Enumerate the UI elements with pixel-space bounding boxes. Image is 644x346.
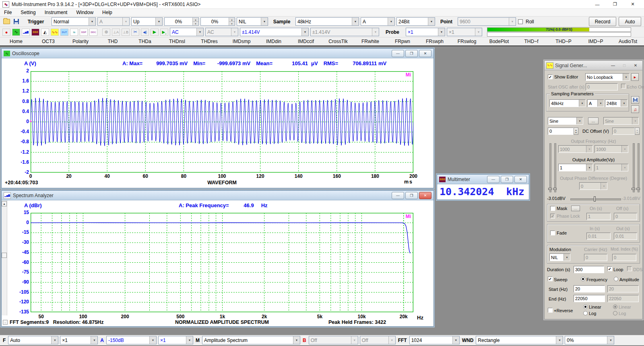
tab-thd[interactable]: THD bbox=[97, 37, 129, 45]
tab-frpwn[interactable]: FRpwn bbox=[386, 37, 419, 45]
tab-crosstlk[interactable]: CrossTlk bbox=[322, 37, 354, 45]
slider-handle-a1[interactable] bbox=[548, 188, 552, 190]
trigger-edge-select[interactable]: Up▼ bbox=[131, 17, 163, 26]
roll-checkbox[interactable] bbox=[518, 19, 523, 24]
multimeter-titlebar[interactable]: 888 Multimeter — ❐ ✕ bbox=[437, 175, 529, 184]
generator-run-button[interactable]: ► bbox=[631, 73, 639, 81]
oscilloscope-icon[interactable]: ∿ bbox=[12, 28, 21, 37]
refresh-mode-select[interactable]: Auto▼ bbox=[8, 336, 58, 344]
menu-item-window[interactable]: Window bbox=[76, 10, 93, 15]
tab-thda[interactable]: THDa bbox=[129, 37, 161, 45]
tab-audiotst[interactable]: AudioTst bbox=[612, 37, 644, 45]
gen-bits-select[interactable]: 24Bit▼ bbox=[605, 99, 627, 107]
mask-checkbox[interactable] bbox=[550, 206, 555, 211]
sweep-start-a-field[interactable]: 20 bbox=[574, 285, 605, 292]
a-range-select[interactable]: -150dB▼ bbox=[106, 336, 157, 344]
sweep-frequency-radio[interactable] bbox=[581, 277, 585, 281]
tab-imdccif[interactable]: IMDccif bbox=[290, 37, 322, 45]
reference-a-icon[interactable]: ⊥A bbox=[111, 28, 121, 37]
sweep-log-radio[interactable] bbox=[583, 311, 588, 315]
overlap-select[interactable]: 0%▼ bbox=[565, 336, 614, 344]
tab-thdnsl[interactable]: THDnsl bbox=[161, 37, 193, 45]
sample-channel-select[interactable]: A▼ bbox=[361, 17, 395, 26]
music-note-icon[interactable]: ♫ bbox=[631, 105, 639, 113]
tab-imdsmp[interactable]: IMDsmp bbox=[225, 37, 258, 45]
dc-offset-a-field[interactable]: 0 bbox=[548, 128, 574, 135]
tab-bodeplot[interactable]: BodePlot bbox=[483, 37, 515, 45]
ddp-viewer-icon[interactable]: DDP bbox=[79, 28, 89, 37]
spectrum-titlebar[interactable]: ▂▅▇ Spectrum Analyzer — ❐ ✕ bbox=[2, 191, 433, 200]
signal-generator-icon[interactable]: ∿∿ bbox=[50, 28, 60, 37]
tab-thdres[interactable]: THDres bbox=[193, 37, 225, 45]
analysis-mode-select[interactable]: Amplitude Spectrum▼ bbox=[202, 336, 300, 344]
refresh-mult-select[interactable]: ×1▼ bbox=[60, 336, 98, 344]
duration-field[interactable]: 300 bbox=[574, 266, 604, 273]
menu-item-instrument[interactable]: Instrument bbox=[45, 10, 68, 15]
generator-minimize-button[interactable]: — bbox=[608, 62, 618, 69]
gen-sample-rate-select[interactable]: 48kHz▼ bbox=[549, 99, 586, 107]
derived-data-icon[interactable]: ≈ bbox=[70, 28, 79, 37]
dc-offset-a-spinner[interactable]: ▲▼ bbox=[574, 128, 578, 135]
maximize-button[interactable]: ❐ bbox=[606, 0, 624, 8]
sample-bits-select[interactable]: 24Bit▼ bbox=[396, 17, 435, 26]
multimeter-close-button[interactable]: ✕ bbox=[514, 176, 527, 183]
reference-b-icon[interactable]: ⊥B bbox=[121, 28, 130, 37]
tab-thd~f[interactable]: THD~f bbox=[515, 37, 547, 45]
coupling-a-select[interactable]: AC▼ bbox=[170, 28, 204, 36]
tab-oct3[interactable]: OCT3 bbox=[32, 37, 64, 45]
amplitude-slider-a1[interactable] bbox=[549, 143, 551, 192]
slider-handle-a2[interactable] bbox=[553, 188, 557, 190]
save-icon[interactable] bbox=[12, 17, 21, 26]
tab-home[interactable]: Home bbox=[0, 37, 32, 45]
spectrum-close-button[interactable]: ✕ bbox=[419, 192, 431, 199]
sound-device-icon[interactable]: ◀) bbox=[140, 28, 150, 37]
show-editor-checkbox[interactable] bbox=[548, 74, 553, 79]
run-output-icon[interactable]: ▶˳ bbox=[160, 28, 169, 37]
spectrum-minimize-button[interactable]: — bbox=[392, 192, 404, 199]
oscilloscope-restore-button[interactable]: ❐ bbox=[405, 50, 418, 57]
sweep-linear-radio[interactable] bbox=[583, 305, 588, 309]
input-probe-icon[interactable]: ⊕ bbox=[102, 28, 111, 37]
device-under-test-icon[interactable]: DUT bbox=[60, 28, 69, 37]
balance-slider[interactable] bbox=[570, 198, 621, 200]
oscilloscope-close-button[interactable]: ✕ bbox=[419, 50, 431, 57]
oscilloscope-plot[interactable]: Mi+ bbox=[31, 71, 413, 173]
trigger-mode-select[interactable]: Normal▼ bbox=[52, 17, 96, 26]
save-signal-icon[interactable] bbox=[631, 96, 639, 104]
loopback-select[interactable]: No Loopback▼ bbox=[585, 73, 630, 81]
loop-checkbox[interactable] bbox=[607, 266, 612, 271]
spectrum-left-scrollbar[interactable]: ▲ bbox=[2, 200, 7, 315]
a-mult-select[interactable]: ×1▼ bbox=[158, 336, 193, 344]
multimeter-icon[interactable]: 888 bbox=[31, 28, 40, 37]
amplitude-slider-b2[interactable] bbox=[638, 143, 640, 192]
tab-imd~p[interactable]: IMD~P bbox=[580, 37, 612, 45]
sweep-end-a-field[interactable]: 22050 bbox=[574, 295, 605, 302]
spectrum-plot[interactable]: Mi bbox=[31, 213, 413, 312]
sampling-parameters-icon[interactable]: ✂ bbox=[131, 28, 140, 37]
fade-checkbox[interactable] bbox=[550, 231, 555, 235]
record-icon[interactable]: ● bbox=[2, 28, 11, 37]
range-a-select[interactable]: ±1.414V▼ bbox=[240, 28, 309, 36]
spectrum-3d-plot-icon[interactable]: ◭ bbox=[41, 28, 50, 37]
waveform-a-select[interactable]: Sine▼ bbox=[548, 117, 583, 125]
generator-close-button[interactable]: ✕ bbox=[630, 62, 641, 69]
balance-slider-thumb[interactable] bbox=[594, 196, 596, 202]
auto-button[interactable]: Auto bbox=[619, 17, 641, 26]
minimize-button[interactable]: — bbox=[588, 0, 606, 8]
sweep-checkbox[interactable] bbox=[548, 276, 553, 281]
gen-channel-select[interactable]: A▼ bbox=[587, 99, 604, 107]
waveform-more-button[interactable]: ... bbox=[588, 117, 599, 124]
multimeter-minimize-button[interactable]: — bbox=[487, 176, 500, 183]
probe-a-select[interactable]: ×1▼ bbox=[406, 28, 445, 36]
sample-rate-select[interactable]: 48kHz▼ bbox=[295, 17, 359, 26]
tab-frwhite[interactable]: FRwhite bbox=[354, 37, 386, 45]
window-type-select[interactable]: Rectangle▼ bbox=[476, 336, 563, 344]
sweep-amplitude-radio[interactable] bbox=[614, 277, 618, 281]
generator-titlebar[interactable]: ∿∿ Signal Gener... — □ ✕ bbox=[545, 61, 642, 70]
run-icon[interactable]: ▶ bbox=[150, 28, 159, 37]
multimeter-restore-button[interactable]: ❐ bbox=[501, 176, 513, 183]
tab-frswlog[interactable]: FRswlog bbox=[451, 37, 483, 45]
fft-size-select[interactable]: 1024▼ bbox=[409, 336, 460, 344]
menu-item-setting[interactable]: Setting bbox=[21, 10, 35, 15]
slider-handle-b2[interactable] bbox=[636, 188, 640, 190]
